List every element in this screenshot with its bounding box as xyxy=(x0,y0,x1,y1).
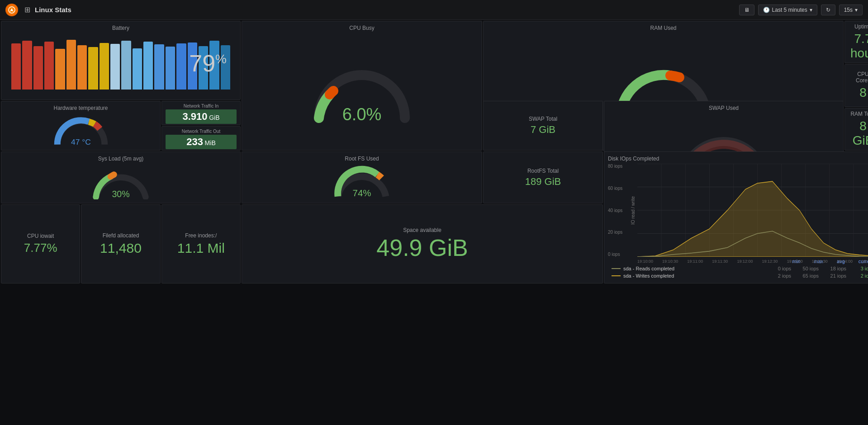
space-value: 49.9 GiB xyxy=(376,235,468,261)
battery-bar xyxy=(176,43,186,90)
writes-legend-line xyxy=(612,275,621,276)
network-in-value-box: 3.910 GiB xyxy=(166,109,237,124)
swap-used-title: SWAP Used xyxy=(709,105,739,111)
hw-temp-card: Hardware temperature 47 °C xyxy=(1,101,161,151)
rootfs-total-title: RootFS Total xyxy=(527,168,559,174)
x-label-8: 19:14:00 xyxy=(837,259,853,264)
display-button[interactable]: 🖥 xyxy=(739,5,754,15)
battery-bar xyxy=(66,40,76,90)
hw-network-row: Hardware temperature 47 °C Network Traff… xyxy=(1,101,241,151)
svg-text:6.0%: 6.0% xyxy=(342,105,382,124)
y-label-20: 20 iops xyxy=(608,230,628,235)
x-label-1: 19:10:30 xyxy=(662,259,678,264)
hw-temp-gauge: 47 °C xyxy=(49,113,113,146)
rootfs-total-card: RootFS Total 189 GiB xyxy=(483,151,603,203)
cpu-cores-card: CPU Cores 8 xyxy=(844,64,868,107)
cpu-cores-title: CPU Cores xyxy=(850,71,868,84)
writes-max: 65 iops xyxy=(794,273,819,279)
x-label-9: 19:14:30 xyxy=(862,259,868,264)
filefd-value: 11,480 xyxy=(100,241,142,255)
battery-bar xyxy=(88,47,98,90)
disk-iops-chart-area: 80 iops 60 iops 40 iops 20 iops 0 iops I… xyxy=(608,164,868,257)
writes-current: 2 iops xyxy=(849,273,868,279)
battery-bar xyxy=(44,42,54,90)
battery-bar xyxy=(33,46,43,90)
swap-total-value: 7 GiB xyxy=(531,124,555,136)
legend-reads-row: sda - Reads completed 0 iops 50 iops 18 … xyxy=(608,265,868,272)
time-range-button[interactable]: 🕐 Last 5 minutes ▾ xyxy=(758,5,817,15)
network-out-title: Network Traffic Out xyxy=(166,129,237,134)
filefd-card: Filefd allocated 11,480 xyxy=(81,204,160,283)
disk-iops-card: Disk IOps Completed 80 iops 60 iops 40 i… xyxy=(604,151,868,283)
svg-text:74%: 74% xyxy=(353,188,371,198)
disk-iops-svg xyxy=(637,164,868,257)
cpu-busy-gauge-wrap: 6.0% xyxy=(247,33,476,146)
topbar: ⊞ Linux Stats 🖥 🕐 Last 5 minutes ▾ ↻ 15s… xyxy=(0,0,868,20)
topbar-controls: 🖥 🕐 Last 5 minutes ▾ ↻ 15s ▾ xyxy=(739,5,863,15)
battery-bar xyxy=(143,42,153,90)
free-inodes-card: Free inodes:/ 11.1 Mil xyxy=(161,204,241,283)
space-card: Space available 49.9 GiB xyxy=(242,204,603,283)
grid-icon: ⊞ xyxy=(24,5,30,14)
rootfs-gauge: 74% xyxy=(332,164,391,199)
network-out-value-box: 233 MiB xyxy=(166,135,237,149)
hw-temp-title: Hardware temperature xyxy=(53,105,108,111)
reads-min: 0 iops xyxy=(766,266,791,271)
battery-bar xyxy=(11,43,21,90)
network-stack: Network Traffic In 3.910 GiB Network Tra… xyxy=(161,101,241,151)
y-axis-title: IO read / write xyxy=(631,196,636,225)
cpu-busy-gauge: 6.0% xyxy=(310,55,414,125)
x-label-6: 19:13:00 xyxy=(787,259,803,264)
writes-min: 2 iops xyxy=(766,273,791,279)
chevron-icon: ▾ xyxy=(855,7,858,13)
refresh-button[interactable]: ↻ xyxy=(821,5,835,15)
x-label-3: 19:11:30 xyxy=(712,259,728,264)
battery-card: Battery 79% xyxy=(1,21,241,100)
battery-bar xyxy=(154,44,164,90)
battery-bar xyxy=(110,44,120,90)
network-in-unit: GiB xyxy=(209,114,219,121)
network-out-value: 233 xyxy=(186,136,203,147)
network-out-unit: MiB xyxy=(205,139,216,146)
writes-area xyxy=(637,181,868,257)
ram-used-title: RAM Used xyxy=(650,25,676,31)
y-label-60: 60 iops xyxy=(608,186,628,191)
battery-bar xyxy=(77,45,87,90)
x-label-0: 19:10:00 xyxy=(637,259,653,264)
free-inodes-value: 11.1 Mil xyxy=(177,241,225,255)
refresh-rate-label: 15s xyxy=(844,7,853,13)
cpu-iowait-value: 7.77% xyxy=(24,241,57,255)
writes-avg: 21 iops xyxy=(821,273,846,279)
chart-svg-wrap: 19:10:00 19:10:30 19:11:00 19:11:30 19:1… xyxy=(637,164,868,257)
x-label-4: 19:12:00 xyxy=(737,259,753,264)
chevron-down-icon: ▾ xyxy=(810,7,812,13)
reads-legend-label: sda - Reads completed xyxy=(623,266,764,271)
rootfs-title: Root FS Used xyxy=(345,156,379,162)
writes-legend-label: sda - Writes completed xyxy=(623,273,764,279)
y-label-40: 40 iops xyxy=(608,208,628,213)
sysload-card: Sys Load (5m avg) 30% xyxy=(1,151,241,203)
swap-total-card: SWAP Total 7 GiB xyxy=(483,101,603,151)
x-label-5: 19:12:30 xyxy=(762,259,778,264)
battery-bar xyxy=(121,41,131,90)
right-stats-col: Uptime 7.7 hour CPU Cores 8 RAM Total 8 … xyxy=(844,21,868,151)
cpu-busy-title: CPU Busy xyxy=(349,25,374,31)
app-title: Linux Stats xyxy=(35,6,71,14)
rootfs-total-value: 189 GiB xyxy=(525,176,561,188)
sysload-title: Sys Load (5m avg) xyxy=(98,156,144,162)
uptime-value: 7.7 hour xyxy=(850,32,868,61)
free-inodes-title: Free inodes:/ xyxy=(185,232,217,239)
cpu-busy-card: CPU Busy 6.0% xyxy=(242,21,482,151)
network-in-title: Network Traffic In xyxy=(166,104,237,109)
uptime-title: Uptime xyxy=(854,24,868,30)
y-axis-labels: 80 iops 60 iops 40 iops 20 iops 0 iops xyxy=(608,164,631,257)
svg-text:47 °C: 47 °C xyxy=(71,137,91,146)
ram-total-card: RAM Total 8 GiB xyxy=(844,108,868,151)
refresh-rate-button[interactable]: 15s ▾ xyxy=(839,5,863,15)
legend-writes-row: sda - Writes completed 2 iops 65 iops 21… xyxy=(608,272,868,279)
x-label-7: 19:13:30 xyxy=(812,259,828,264)
battery-bar xyxy=(100,43,109,90)
battery-bar xyxy=(133,48,142,90)
network-in-card: Network Traffic In 3.910 GiB xyxy=(161,101,241,125)
cpu-cores-value: 8 xyxy=(859,85,867,100)
